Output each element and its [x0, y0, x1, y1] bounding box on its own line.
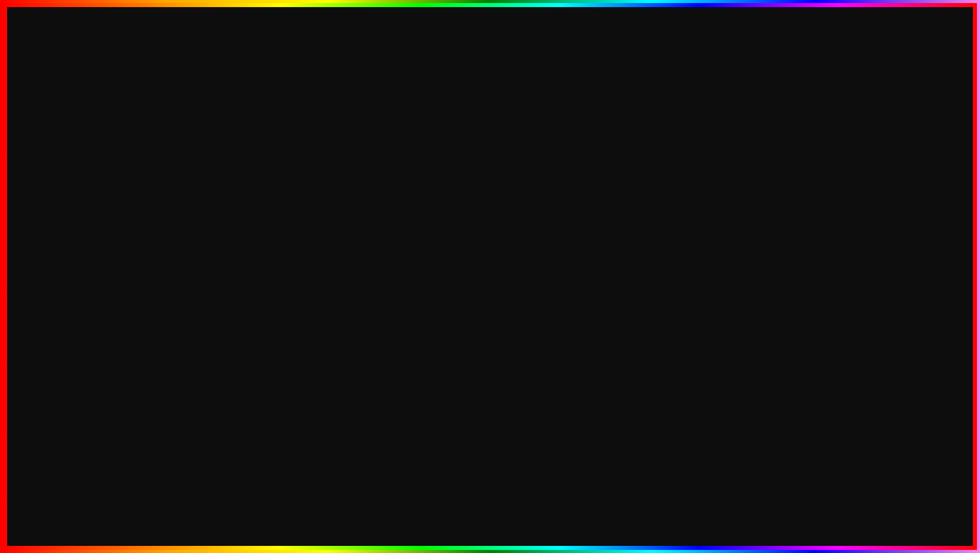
auto-farm-world-toggle[interactable] — [327, 296, 345, 306]
auto-farm-world-row: Auto Farm Current World — [174, 293, 345, 310]
auto-easy-knob — [567, 267, 575, 275]
window-right-body: Back World After Dungeon Slect A World P… — [390, 176, 591, 338]
auto-skip-label: Auto Skip Room 50 Easy Dungeon — [397, 321, 483, 327]
auto-farm-mobs-label: Auto Farm Selected Mobs — [174, 316, 238, 322]
auto-close-row: Auto Close Dungeon Results — [397, 298, 584, 316]
leave-easy-row: Leave Easy Dungeon At 10 Room — [397, 209, 584, 229]
auto-skip-row: Auto Skip Room 50 Easy Dungeon — [397, 316, 584, 333]
auto-insane-label: Auto Insane Dungeon — [397, 286, 451, 292]
thumbnail-bg: ANIME WARRIORS 2 — [862, 425, 950, 493]
right-close-icon[interactable]: ✕ — [581, 165, 586, 172]
auto-easy-row: Auto Easy Dungeon — [397, 262, 584, 280]
leave-easy-input[interactable]: 10 Room — [523, 213, 584, 225]
right-hamburger-icon[interactable]: ≡ — [395, 164, 399, 172]
auto-close-label: Auto Close Dungeon Results — [397, 303, 469, 309]
auto-farm-mobs-row: Auto Farm Selected Mobs — [174, 310, 345, 328]
auto-farm-mobs-knob — [336, 315, 344, 323]
auto-chevron-up-icon: ∧ — [202, 247, 206, 253]
back-world-chevron-up-icon: ∧ — [580, 185, 584, 191]
close-icon[interactable]: ✕ — [342, 165, 347, 172]
window-right-controls: 🔍 ⧉ ✕ — [563, 165, 586, 172]
leave-easy-label: Leave Easy Dungeon At — [397, 216, 457, 222]
right-titlebar-left: ≡ Platinium - Anime Warriors Simulator 2… — [395, 164, 520, 172]
check1-icon: ✓ — [34, 246, 59, 282]
auto-click-toggle[interactable] — [327, 261, 345, 271]
window-right: ≡ Platinium - Anime Warriors Simulator 2… — [389, 160, 592, 339]
right-search-icon[interactable]: 🔍 — [563, 165, 570, 172]
refresh-mobs-row: ✓ Refresh Mobs List Button — [174, 225, 345, 244]
auto-click-row: Auto Click — [174, 257, 345, 275]
window-right-title: Platinium - Anime Warriors Simulator 2 -… — [403, 165, 520, 171]
auto-collect-label: Auto Collect Coins — [174, 281, 220, 287]
thumbnail-2: 2 — [887, 462, 926, 475]
dungeon-chevron-up-icon: ∧ — [435, 252, 439, 258]
window-left-controls: 🔍 ⧉ ✕ — [324, 165, 347, 172]
thumbnail-anime: ANIME — [887, 443, 926, 454]
window-right-titlebar: ≡ Platinium - Anime Warriors Simulator 2… — [390, 161, 591, 176]
back-world-label: Back World After Dungeon — [397, 185, 463, 191]
window-left-title: Platinium - Anime Warriors Simulator 2 -… — [180, 165, 297, 171]
bottom-pastebin: PASTEBIN — [639, 485, 841, 532]
back-world-value: Slect A World Pls! — [538, 185, 578, 191]
auto-insane-knob — [567, 285, 575, 293]
save-pos-label: Save Pos To Teleport Back — [397, 199, 464, 205]
auto-collect-toggle[interactable] — [327, 279, 345, 289]
leave-insane-input[interactable]: 10 Room — [523, 232, 584, 245]
window-left: ≡ Platinium - Anime Warriors Simulator 2… — [166, 160, 353, 334]
auto-close-toggle[interactable] — [566, 301, 584, 312]
auto-insane-toggle[interactable] — [566, 284, 584, 294]
right-label: WORK MOBILE — [794, 216, 936, 299]
hamburger-icon[interactable]: ≡ — [172, 164, 176, 172]
auto-skip-toggle[interactable] — [566, 319, 584, 329]
thumbnail-inner: ANIME WARRIORS 2 — [883, 439, 930, 479]
window-left-titlebar: ≡ Platinium - Anime Warriors Simulator 2… — [167, 161, 352, 176]
leave-insane-label: Leave Insane Dungeon At — [397, 235, 462, 241]
save-pos-button[interactable]: button — [568, 199, 584, 205]
auto-click-label: Auto Click — [174, 263, 199, 269]
auto-farm-world-knob — [328, 297, 336, 305]
main-container: ANIME WARRIORS SIMULATOR 2 MOBILE ✓ ANDR… — [0, 0, 980, 553]
mobs-list-label: Mobs List — [174, 196, 198, 202]
auto-collect-knob — [336, 280, 344, 288]
chevron-down-icon: ∨ — [223, 181, 227, 188]
work-label: WORK — [794, 216, 936, 258]
mobs-chevron-up-icon: ∧ — [341, 195, 345, 202]
time-between-value[interactable]: 5 Seconds — [297, 210, 345, 221]
bottom-title: AUTO FARM SCRIPT PASTEBIN — [139, 470, 841, 535]
thumbnail: ANIME WARRIORS 2 — [860, 423, 952, 494]
window-left-body: Auto Farm Settings ∨ Mobs List Troop ∧ T… — [167, 176, 352, 333]
auto-insane-row: Auto Insane Dungeon — [397, 280, 584, 298]
mobs-list-value: Troop — [324, 196, 338, 202]
refresh-mobs-label: Refresh Mobs List — [185, 231, 231, 237]
auto-easy-toggle[interactable] — [566, 266, 584, 276]
save-pos-row: Save Pos To Teleport Back button — [397, 195, 584, 209]
section-dungeon-header: Auto Dungeon ∧ — [397, 252, 584, 258]
auto-collect-row: Auto Collect Coins — [174, 275, 345, 293]
time-between-label: Time Between Another Mob — [174, 212, 242, 218]
search-icon[interactable]: 🔍 — [324, 165, 332, 172]
copy-icon[interactable]: ⧉ — [335, 165, 339, 172]
right-copy-icon[interactable]: ⧉ — [573, 165, 578, 172]
leave-insane-row: Leave Insane Dungeon At 10 Room — [397, 229, 584, 249]
mobs-list-row: Mobs List Troop ∧ — [174, 192, 345, 206]
back-world-row: Back World After Dungeon Slect A World P… — [397, 181, 584, 195]
section-auto-farm-header: Auto Farm Settings ∨ — [174, 181, 345, 188]
auto-farm-world-label: Auto Farm Current World — [174, 298, 236, 304]
bottom-script: SCRIPT — [480, 485, 629, 532]
title-2-text: 2 — [636, 142, 666, 199]
section-auto-header: Auto Farm ∧ — [174, 247, 345, 253]
work-mobile-label: MOBILE — [794, 258, 936, 299]
auto-skip-knob — [567, 320, 575, 328]
refresh-check-icon: ✓ — [174, 228, 181, 239]
thumbnail-warriors: WARRIORS — [887, 454, 926, 462]
check2-icon: ✓ — [34, 322, 59, 357]
bottom-auto-farm: AUTO FARM — [139, 470, 470, 535]
auto-click-knob — [336, 262, 344, 270]
auto-farm-mobs-toggle[interactable] — [327, 314, 345, 324]
titlebar-left: ≡ Platinium - Anime Warriors Simulator 2… — [172, 164, 297, 172]
auto-easy-label: Auto Easy Dungeon — [397, 268, 447, 274]
auto-close-knob — [567, 302, 575, 310]
time-between-row: Time Between Another Mob 5 Seconds — [174, 206, 345, 225]
refresh-mobs-value[interactable]: Button — [235, 231, 251, 237]
title-anime-warriors: ANIME WARRIORS — [185, 13, 795, 145]
